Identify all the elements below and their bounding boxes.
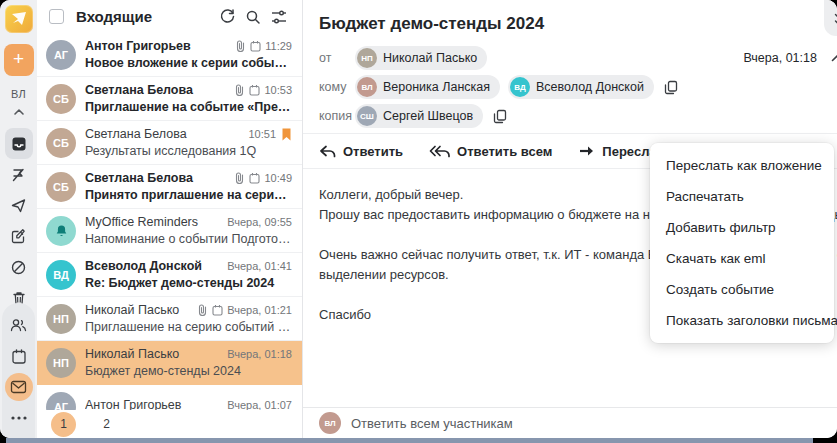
folder-spam-icon[interactable]	[5, 252, 33, 283]
avatar: ВД	[510, 77, 530, 97]
avatar: ВЛ	[357, 77, 377, 97]
reply-all-icon	[429, 145, 450, 158]
collapse-header-icon[interactable]	[831, 54, 837, 62]
tasks-panel-toggle[interactable]	[824, 0, 837, 36]
to-label: кому	[319, 80, 355, 94]
avatar: СБ	[46, 84, 76, 114]
email-row[interactable]: АГ Антон Григорьев 11:29 Новое вложение …	[37, 33, 302, 77]
cc-chip[interactable]: СШ Сергей Швецов	[355, 104, 483, 128]
folder-drafts-icon[interactable]	[5, 221, 33, 252]
menu-item-forward-as-attachment[interactable]: Переслать как вложение	[650, 150, 834, 181]
email-row[interactable]: СБ Светлана Белова 10:51 Результаты иссл…	[37, 121, 302, 165]
folder-title: Входящие	[76, 8, 214, 25]
email-row[interactable]: ВД Всеволод Донской Вчера, 01:41 Re: Бюд…	[37, 253, 302, 297]
email-row[interactable]: MyOffice Reminders Вчера, 09:55 Напомина…	[37, 209, 302, 253]
email-subject: Re: Бюджет демо-стенды 2024	[85, 276, 292, 290]
email-subject: Бюджет демо-стенды 2024	[85, 364, 292, 378]
email-time: Вчера, 09:55	[227, 216, 292, 228]
email-time: 10:49	[264, 172, 292, 184]
collapse-rail-icon[interactable]	[13, 102, 25, 120]
email-subject: Новое вложение к серии событий «Аналити.…	[85, 56, 292, 70]
email-time: Вчера, 01:21	[227, 304, 292, 316]
email-row[interactable]: СБ Светлана Белова 10:53 Приглашение на …	[37, 77, 302, 121]
email-row[interactable]: НП Николай Пасько Вчера, 01:21 Приглашен…	[37, 297, 302, 341]
menu-item-download-eml[interactable]: Скачать как eml	[650, 243, 834, 274]
folder-flagged-icon[interactable]	[5, 159, 33, 190]
mail-app-icon[interactable]	[5, 373, 33, 401]
sender-name: Всеволод Донской	[85, 259, 227, 273]
filter-settings-icon[interactable]	[266, 4, 292, 30]
sender-name: Светлана Белова	[85, 127, 248, 141]
avatar: СБ	[46, 128, 76, 158]
reminder-bell-avatar	[46, 216, 76, 246]
email-row-selected[interactable]: НП Николай Пасько Вчера, 01:18 Бюджет де…	[37, 341, 302, 385]
sender-name: Антон Григорьев	[85, 39, 235, 53]
search-icon[interactable]	[240, 4, 266, 30]
quick-reply-placeholder[interactable]: Ответить всем участникам	[351, 416, 513, 431]
select-all-checkbox[interactable]	[49, 9, 64, 24]
avatar: СШ	[357, 106, 377, 126]
calendar-icon	[250, 40, 261, 52]
email-subject: Результаты исследования 1Q	[85, 144, 292, 158]
bell-icon	[55, 224, 68, 238]
contacts-icon[interactable]	[5, 311, 33, 339]
email-time: Вчера, 01:18	[227, 348, 292, 360]
email-time: Вчера, 01:41	[227, 260, 292, 272]
message-actions-menu: Переслать как вложение Распечатать Добав…	[650, 143, 834, 343]
app-logo[interactable]	[5, 5, 33, 33]
avatar: ВД	[46, 260, 76, 290]
email-subject: Напоминание о событии Подготовить отчет.…	[85, 232, 292, 246]
chip-name: Вероника Ланская	[383, 80, 490, 94]
from-row: от НП Николай Пасько Вчера, 01:18	[319, 46, 837, 70]
chip-name: Николай Пасько	[383, 51, 477, 65]
attachment-icon	[235, 40, 246, 52]
calendar-icon	[212, 304, 223, 316]
more-apps-icon[interactable]	[5, 404, 33, 432]
attachment-icon	[234, 172, 245, 184]
reply-all-button[interactable]: Ответить всем	[429, 144, 552, 159]
refresh-icon[interactable]	[214, 4, 240, 30]
sender-name: Светлана Белова	[85, 171, 234, 185]
attachment-icon	[197, 304, 208, 316]
calendar-icon	[249, 172, 260, 184]
avatar: АГ	[46, 392, 76, 411]
sender-name: Николай Пасько	[85, 303, 197, 317]
calendar-icon	[249, 84, 260, 96]
sender-name: Светлана Белова	[85, 83, 234, 97]
bookmark-flag-icon	[281, 128, 292, 141]
email-subject: Приглашение на событие «Предварительно..…	[85, 100, 292, 114]
email-subject: Приглашение на серию событий «Демо стен.…	[85, 320, 292, 334]
copy-cc-icon[interactable]	[493, 109, 507, 124]
folder-sent-icon[interactable]	[5, 190, 33, 221]
email-row[interactable]: СБ Светлана Белова 10:49 Принято приглаш…	[37, 165, 302, 209]
page-button-1[interactable]: 1	[51, 412, 76, 437]
recipient-chip[interactable]: ВД Всеволод Донской	[508, 75, 654, 99]
folder-inbox-icon[interactable]	[5, 128, 33, 159]
reply-icon	[319, 145, 336, 158]
copy-recipients-icon[interactable]	[664, 80, 678, 95]
avatar: НП	[357, 48, 377, 68]
desktop-edge	[6, 438, 813, 443]
menu-item-add-filter[interactable]: Добавить фильтр	[650, 212, 834, 243]
menu-item-create-event[interactable]: Создать событие	[650, 274, 834, 305]
from-label: от	[319, 51, 355, 65]
recipient-chip[interactable]: ВЛ Вероника Ланская	[355, 75, 500, 99]
compose-button[interactable]: +	[4, 44, 34, 76]
menu-item-print[interactable]: Распечатать	[650, 181, 834, 212]
to-row: кому ВЛ Вероника Ланская ВД Всеволод Дон…	[319, 75, 837, 99]
page-button-2[interactable]: 2	[94, 412, 119, 437]
message-meta: от НП Николай Пасько Вчера, 01:18 кому В…	[303, 44, 837, 128]
from-chip[interactable]: НП Николай Пасько	[355, 46, 487, 70]
avatar: СБ	[46, 172, 76, 202]
list-header: Входящие	[37, 0, 302, 33]
attachment-icon	[234, 84, 245, 96]
message-subject: Бюджет демо-стенды 2024	[303, 0, 837, 44]
email-row[interactable]: АГ Антон Григорьев Вчера, 01:07	[37, 385, 302, 410]
profile-initials[interactable]: ВЛ	[11, 88, 26, 100]
reply-button[interactable]: Ответить	[319, 144, 403, 159]
avatar: НП	[46, 348, 76, 378]
calendar-app-icon[interactable]	[5, 342, 33, 370]
quick-reply-bar[interactable]: ВЛ Ответить всем участникам	[303, 407, 837, 438]
menu-item-show-headers[interactable]: Показать заголовки письма	[650, 305, 834, 336]
rail-apps-group	[2, 303, 35, 438]
